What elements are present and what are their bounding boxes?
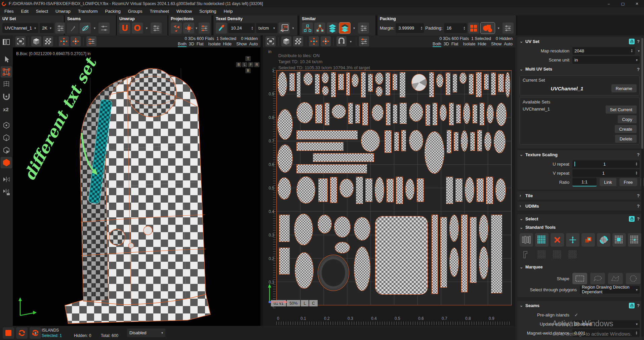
uv-island[interactable] (440, 104, 447, 121)
tile-c-button[interactable]: C (309, 300, 318, 306)
uv-island[interactable] (296, 176, 315, 204)
mode-3d[interactable]: 3D (444, 42, 449, 46)
uv-island[interactable] (396, 177, 403, 204)
hide-button[interactable]: Hide (223, 42, 232, 46)
uv-island[interactable] (436, 74, 443, 87)
lock-icon[interactable] (629, 39, 635, 44)
uv-island[interactable] (449, 248, 459, 277)
select-grid-single-tool[interactable] (628, 233, 641, 247)
uv-island[interactable] (449, 103, 454, 125)
menu-item-files[interactable]: Files (1, 7, 17, 15)
uv-island[interactable] (315, 104, 322, 123)
show-button[interactable]: Show (491, 42, 501, 46)
uv-island[interactable] (470, 217, 477, 283)
spinner-arrows[interactable]: ▲▼ (419, 26, 422, 30)
select-through-dropdown[interactable]: Region Drawing Direction Dependant ▾ (580, 286, 640, 294)
viewport-uv[interactable]: ▾ 0 3Ds 600 Flats 1 Selected0 Hidden Bot… (263, 35, 515, 326)
uv-island[interactable] (362, 103, 368, 125)
uv-island[interactable] (461, 215, 468, 292)
uv-island[interactable] (455, 178, 462, 202)
select-overlap-tool[interactable] (581, 233, 595, 247)
free-button[interactable]: Free (619, 178, 637, 186)
uv-island[interactable] (325, 103, 329, 125)
uv-island[interactable] (334, 216, 351, 238)
link-button[interactable]: Link (600, 178, 616, 186)
weld-tool-button[interactable] (1, 91, 12, 102)
mode-both[interactable]: Both (178, 42, 187, 47)
uv-island[interactable] (278, 72, 287, 96)
help-icon[interactable]: ? (637, 152, 640, 157)
magnet-snap-button[interactable] (336, 36, 347, 46)
lock-icon[interactable] (629, 303, 635, 308)
uv-island[interactable] (411, 74, 427, 91)
similar-dropdown-caret[interactable]: ▾ (352, 26, 357, 30)
uv-island[interactable] (376, 86, 383, 96)
texel-apply-button[interactable]: TD (279, 23, 290, 34)
uv-island[interactable] (405, 179, 415, 200)
uv-island[interactable] (375, 216, 428, 295)
uv-editor-area[interactable]: in Distribute to tiles: ONTarget TD: 10.… (263, 47, 515, 326)
uv-island[interactable] (297, 72, 300, 97)
uv-island[interactable] (355, 104, 360, 123)
isolate-button[interactable]: Isolate (208, 42, 221, 46)
marquee-lasso-button[interactable] (590, 273, 605, 284)
maximize-button[interactable]: ▢ (616, 0, 630, 7)
uv-island[interactable] (401, 130, 406, 151)
menu-item-select[interactable]: Select (32, 7, 52, 15)
uv-island[interactable] (400, 72, 405, 97)
uv-island[interactable] (296, 130, 357, 139)
uv-island[interactable] (277, 109, 293, 140)
similar-options-button[interactable] (358, 23, 369, 34)
menu-item-trimsheet[interactable]: Trimsheet (146, 7, 172, 15)
uv-shaded-mode-button[interactable] (281, 36, 291, 46)
mode-flat[interactable]: Flat (451, 42, 458, 46)
viewport-uv-options-button[interactable] (359, 36, 369, 46)
uv-island[interactable] (375, 177, 384, 203)
uv-island[interactable] (449, 215, 459, 242)
uv-island[interactable] (294, 214, 313, 245)
uv-island[interactable] (446, 177, 453, 204)
menu-item-window[interactable]: Window (173, 7, 196, 15)
u-repeat-input[interactable]: 1 ▲▼ (572, 160, 640, 168)
uv-island[interactable] (338, 74, 344, 90)
uv-island[interactable] (361, 130, 380, 152)
uv-island[interactable] (279, 248, 290, 274)
island-mode-button[interactable] (1, 157, 12, 168)
chevron-open-icon[interactable]: ⌄ (520, 225, 523, 230)
scene-unit-dropdown[interactable]: in ▾ (572, 56, 640, 64)
unwrap-dropdown-caret[interactable]: ▾ (144, 26, 149, 30)
uv-island[interactable] (278, 177, 291, 200)
transform-tool-button[interactable]: T (1, 66, 12, 78)
viewport3d-options-button[interactable] (86, 36, 96, 46)
uv-island[interactable] (352, 74, 359, 87)
marquee-rectangle-button[interactable] (572, 273, 587, 284)
pre-align-checkbox[interactable]: ✓ (572, 311, 640, 319)
uv-island[interactable] (318, 178, 328, 202)
create-button[interactable]: Create (615, 125, 637, 133)
uv-island[interactable] (479, 247, 488, 280)
help-icon[interactable]: ? (637, 216, 640, 221)
select-none-tool[interactable] (551, 233, 564, 247)
menu-item-groups[interactable]: Groups (124, 7, 146, 15)
select-grid-inner-tool[interactable] (612, 233, 626, 247)
nav-front-button[interactable]: F (248, 62, 253, 67)
mode-3d[interactable]: 3D (189, 42, 194, 46)
uv-island[interactable] (296, 102, 313, 123)
lock-icon[interactable] (629, 216, 635, 222)
uv-island[interactable] (494, 130, 506, 153)
lattice-deform-button[interactable] (1, 79, 12, 90)
padding-input[interactable]: 16 ▲▼ (444, 23, 467, 33)
help-icon[interactable]: ? (637, 303, 640, 308)
mirror-tool-button[interactable] (1, 174, 12, 185)
uvset-options-button[interactable] (55, 23, 66, 34)
chevron-open-icon[interactable]: ⌄ (520, 265, 523, 269)
uv-frame-view-button[interactable] (266, 36, 276, 46)
menu-item-help[interactable]: Help (220, 7, 237, 15)
seams-brush-button[interactable] (67, 23, 78, 34)
uv-island[interactable] (425, 131, 444, 174)
projection-triplanar-button[interactable] (171, 23, 182, 34)
uv-island[interactable] (289, 73, 295, 91)
uv-island[interactable] (480, 103, 484, 125)
uv-island[interactable] (387, 179, 394, 202)
uv-center-object-button[interactable] (321, 36, 331, 46)
